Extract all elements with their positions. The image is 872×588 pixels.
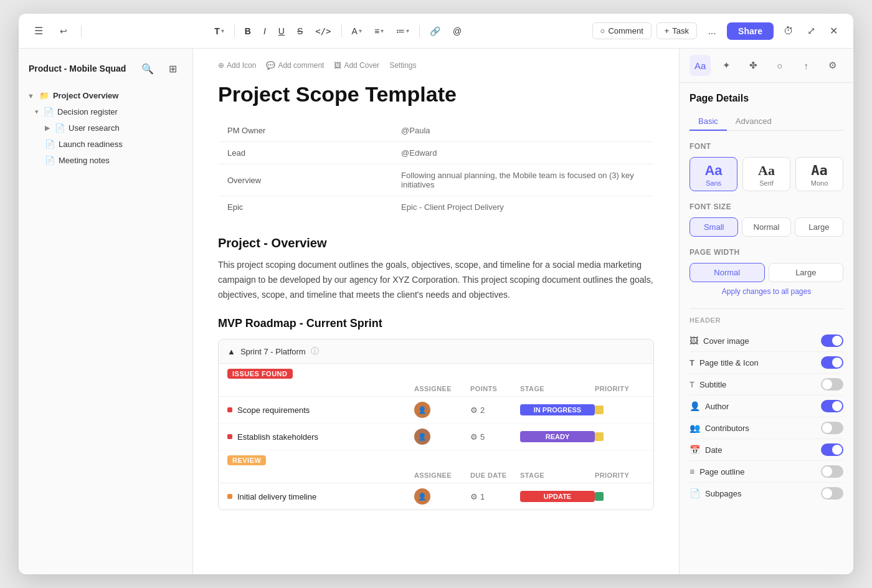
toggle-author[interactable] (821, 400, 843, 412)
sidebar-header: Product - Mobile Squad 🔍 ⊞ (19, 49, 192, 85)
font-name-serif: Serif (747, 179, 786, 187)
add-cover-button[interactable]: 🖼 Add Cover (334, 61, 379, 70)
link-button[interactable]: 🔗 (425, 24, 445, 39)
col-priority-issues: PRIORITY (595, 385, 645, 392)
history-button[interactable]: ⏱ (779, 21, 799, 41)
toggle-subtitle[interactable] (821, 378, 843, 391)
tab-search[interactable]: ○ (769, 55, 790, 76)
toolbar-left: ☰ ↩ (29, 21, 73, 41)
sprint-row: Scope requirements 👤 ⚙ 2 IN PROGRESS (219, 397, 653, 424)
font-color-button[interactable]: A ▾ (347, 24, 367, 39)
page-title-icon-icon: T (690, 358, 694, 368)
font-preview-serif: Aa (747, 164, 786, 178)
size-option-small[interactable]: Small (690, 217, 738, 237)
font-option-sans[interactable]: Aa Sans (690, 157, 737, 191)
back-button[interactable]: ↩ (54, 21, 73, 41)
sidebar-layout-button[interactable]: ⊞ (163, 59, 182, 78)
font-preview-mono: Aa (800, 164, 839, 178)
sub-tab-basic[interactable]: Basic (690, 113, 727, 131)
col-task (227, 385, 414, 392)
bold-button[interactable]: B (240, 24, 256, 39)
add-icon-button[interactable]: ⊕ Add Icon (218, 61, 256, 70)
toggle-label-page-title: Page title & Icon (699, 358, 759, 368)
panel-sub-tabs: Basic Advanced (690, 113, 843, 131)
code-button[interactable]: </> (310, 24, 336, 39)
align-button[interactable]: ≡ ▾ (369, 24, 389, 39)
sidebar-item-label-decision-register: Decision register (57, 107, 118, 116)
sidebar-item-user-research[interactable]: ▶ 📄 User research (22, 120, 189, 136)
list-button[interactable]: ≔ ▾ (391, 24, 414, 39)
launch-readiness-page-icon: 📄 (45, 140, 55, 149)
tab-star[interactable]: ✦ (716, 55, 737, 76)
width-option-normal[interactable]: Normal (690, 263, 765, 282)
sidebar-item-meeting-notes[interactable]: 📄 Meeting notes (22, 153, 189, 168)
tab-gear[interactable]: ⚙ (822, 55, 843, 76)
add-cover-icon: 🖼 (334, 61, 341, 70)
sprint-name: Sprint 7 - Platform (240, 347, 306, 356)
settings-button[interactable]: Settings (389, 61, 416, 70)
sidebar-item-decision-register[interactable]: ▾ 📄 Decision register (22, 104, 189, 120)
gear-panel-icon: ⚙ (828, 60, 836, 71)
comment-button[interactable]: ○ Comment (592, 22, 652, 39)
sprint-collapse-icon[interactable]: ▲ (227, 347, 235, 356)
size-option-large[interactable]: Large (795, 217, 843, 237)
sidebar: Product - Mobile Squad 🔍 ⊞ ▼ 📁 Project O… (19, 49, 193, 574)
properties-table: PM Owner @Paula Lead @Edward Overview Fo… (218, 119, 654, 219)
task-name-1: Establish stakeholders (227, 432, 414, 442)
sidebar-search-button[interactable]: 🔍 (138, 59, 158, 78)
page-title: Project Scope Template (218, 82, 654, 107)
toggle-page-title[interactable] (821, 356, 843, 369)
toggle-cover-image[interactable] (821, 334, 843, 347)
task-button[interactable]: + Task (656, 22, 697, 39)
prop-val-3: Epic - Client Project Delivery (392, 196, 653, 219)
strikethrough-button[interactable]: S (292, 24, 308, 39)
expand-button[interactable]: ⤢ (801, 21, 821, 41)
tab-settings2[interactable]: ✤ (742, 55, 764, 76)
add-comment-label: Add comment (278, 61, 324, 70)
toggle-date[interactable] (821, 443, 843, 456)
mention-button[interactable]: @ (448, 24, 467, 39)
task-dot-red-icon-1 (227, 434, 232, 439)
size-option-normal[interactable]: Normal (742, 217, 790, 237)
priority-flag-0 (595, 405, 604, 414)
close-button[interactable]: ✕ (823, 21, 843, 41)
toggle-page-outline[interactable] (821, 465, 843, 478)
font-option-serif[interactable]: Aa Serif (742, 157, 790, 191)
sub-tab-advanced[interactable]: Advanced (727, 113, 780, 131)
points-cell-1: ⚙ 5 (470, 432, 520, 442)
font-label: Font (690, 142, 843, 151)
panel-content: Page Details Basic Advanced Font Aa Sans… (680, 83, 853, 574)
toolbar-separator-2 (234, 25, 235, 37)
col-stage-issues: STAGE (520, 385, 595, 392)
add-comment-button[interactable]: 💬 Add comment (266, 61, 324, 70)
toggle-contributors[interactable] (821, 422, 843, 434)
sidebar-item-project-overview[interactable]: ▼ 📁 Project Overview (22, 88, 189, 103)
col-duedate-review: DUE DATE (470, 472, 520, 479)
cover-image-icon: 🖼 (690, 336, 698, 346)
col-priority-review: PRIORITY (595, 472, 645, 479)
prop-val-1: @Edward (392, 142, 653, 164)
tab-typography[interactable]: Aa (690, 55, 711, 76)
toolbar-right-icons: ⏱ ⤢ ✕ (779, 21, 843, 41)
font-name-sans: Sans (694, 179, 733, 187)
hamburger-button[interactable]: ☰ (29, 21, 49, 41)
sidebar-item-launch-readiness[interactable]: 📄 Launch readiness (22, 136, 189, 152)
share-button[interactable]: Share (727, 22, 774, 40)
tab-upload[interactable]: ↑ (795, 55, 817, 76)
col-assignee-issues: ASSIGNEE (414, 385, 470, 392)
sidebar-item-label-user-research: User research (69, 123, 120, 133)
width-option-large[interactable]: Large (769, 263, 844, 282)
underline-button[interactable]: U (273, 24, 290, 39)
apply-changes-link[interactable]: Apply changes to all pages (690, 287, 843, 296)
toggle-subpages[interactable] (821, 487, 843, 500)
text-style-button[interactable]: T ▾ (209, 24, 229, 39)
italic-button[interactable]: I (258, 24, 271, 39)
add-icon-icon: ⊕ (218, 61, 224, 70)
sidebar-item-label-meeting-notes: Meeting notes (59, 156, 110, 165)
more-button[interactable]: ... (702, 21, 722, 41)
toggle-label-subpages: Subpages (705, 489, 742, 498)
font-option-mono[interactable]: Aa Mono (795, 157, 843, 191)
settings-label: Settings (389, 61, 416, 70)
add-cover-label: Add Cover (344, 61, 379, 70)
toggle-label-date: Date (705, 445, 722, 455)
